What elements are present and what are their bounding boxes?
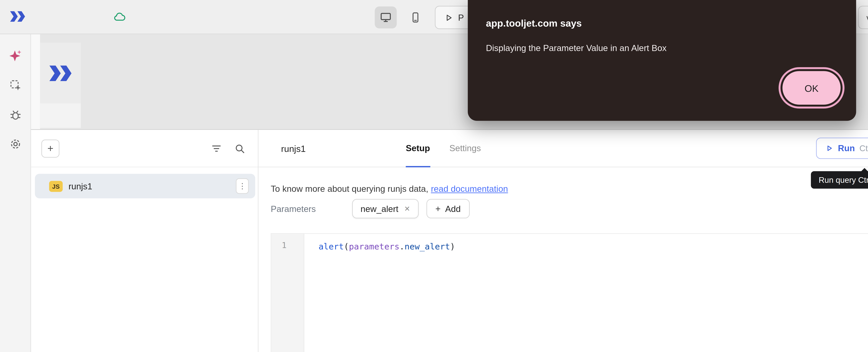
query-title[interactable]: runjs1 xyxy=(281,143,306,154)
plus-icon: + xyxy=(435,204,441,213)
search-icon[interactable] xyxy=(234,143,245,155)
desktop-view-toggle[interactable] xyxy=(375,6,397,29)
preview-button-label: P xyxy=(458,13,464,22)
tab-setup[interactable]: Setup xyxy=(406,130,430,167)
canvas-widget-placeholder xyxy=(40,103,81,128)
desktop-icon xyxy=(379,11,392,24)
canvas-left-gutter xyxy=(31,34,40,129)
query-editor-actions: Run Ctrl+Enter Preview xyxy=(816,138,868,159)
documentation-hint: To know more about querying runjs data,r… xyxy=(271,184,508,194)
code-token-paren-close: ) xyxy=(450,242,455,251)
line-number: 1 xyxy=(271,241,304,250)
code-token-function: alert xyxy=(318,242,344,251)
query-name: runjs1 xyxy=(69,181,92,191)
version-environment-selector: v1 Development xyxy=(858,6,868,29)
run-button-label: Run xyxy=(838,143,855,153)
parameter-chip[interactable]: new_alert ✕ xyxy=(352,199,418,218)
run-query-button[interactable]: Run Ctrl+Enter xyxy=(816,138,868,159)
tooljet-logo-canvas xyxy=(48,64,73,82)
inspector-icon[interactable] xyxy=(7,77,23,93)
parameter-chip-label: new_alert xyxy=(361,204,398,214)
query-options-kebab-button[interactable]: ⋮ xyxy=(236,178,249,194)
browser-alert-dialog: app.tooljet.com says Displaying the Para… xyxy=(468,0,856,121)
debugger-bug-icon[interactable] xyxy=(7,107,23,123)
doc-hint-text: To know more about querying runjs data, xyxy=(271,184,428,194)
js-query-badge: JS xyxy=(49,181,63,191)
alert-ok-button[interactable]: OK xyxy=(782,71,841,105)
parameters-label: Parameters xyxy=(271,204,352,214)
alert-dialog-title: app.tooljet.com says xyxy=(486,18,582,28)
query-list-item[interactable]: JS runjs1 ⋮ xyxy=(35,174,255,198)
code-token-dot: . xyxy=(399,242,404,251)
mobile-view-toggle[interactable] xyxy=(404,6,427,29)
code-editor-content[interactable]: alert(parameters.new_alert) xyxy=(304,234,868,352)
tooljet-logo[interactable] xyxy=(9,10,26,23)
alert-dialog-message: Displaying the Parameter Value in an Ale… xyxy=(486,43,666,53)
cloud-sync-icon[interactable] xyxy=(113,10,126,23)
scale-wrapper: P v1 Development xyxy=(0,0,868,352)
tooljet-app-builder: P v1 Development xyxy=(0,0,868,352)
query-list-panel: + JS runjs1 xyxy=(31,130,258,352)
play-icon xyxy=(444,13,454,22)
query-list-toolbar: + xyxy=(31,130,258,167)
logo-image-widget[interactable] xyxy=(40,43,81,103)
settings-gear-icon[interactable] xyxy=(7,136,23,152)
code-editor: 1 alert(parameters.new_alert) xyxy=(271,233,868,352)
code-token-object: parameters xyxy=(349,242,399,251)
kebab-icon: ⋮ xyxy=(238,182,246,191)
plus-icon: + xyxy=(48,143,54,154)
run-button-shortcut: Ctrl+Enter xyxy=(860,143,868,153)
filter-icon[interactable] xyxy=(211,143,222,155)
left-sidebar-rail xyxy=(0,34,31,352)
read-documentation-link[interactable]: read documentation xyxy=(431,184,508,194)
add-parameter-label: Add xyxy=(445,204,461,214)
add-query-button[interactable]: + xyxy=(41,139,59,158)
tooltip-text: Run query Ctrl+Enter xyxy=(819,175,868,185)
tab-settings[interactable]: Settings xyxy=(450,130,481,167)
version-label[interactable]: v1 xyxy=(859,13,868,22)
run-query-tooltip: Run query Ctrl+Enter xyxy=(811,171,868,189)
code-token-paren-open: ( xyxy=(344,242,349,251)
close-icon[interactable]: ✕ xyxy=(404,204,410,213)
query-panel: + JS runjs1 xyxy=(31,129,868,352)
mobile-icon xyxy=(409,11,422,24)
query-editor-tabs: Setup Settings xyxy=(406,130,481,167)
query-editor-header: runjs1 Setup Settings Run Ctrl+Enter xyxy=(258,130,868,167)
play-icon xyxy=(825,144,833,152)
parameters-row: Parameters new_alert ✕ + Add xyxy=(271,199,470,218)
query-editor-panel: runjs1 Setup Settings Run Ctrl+Enter xyxy=(258,130,868,352)
code-token-property: new_alert xyxy=(404,242,450,251)
add-parameter-button[interactable]: + Add xyxy=(426,199,470,218)
code-editor-gutter: 1 xyxy=(271,234,304,352)
ai-sparkle-icon[interactable] xyxy=(7,48,23,63)
